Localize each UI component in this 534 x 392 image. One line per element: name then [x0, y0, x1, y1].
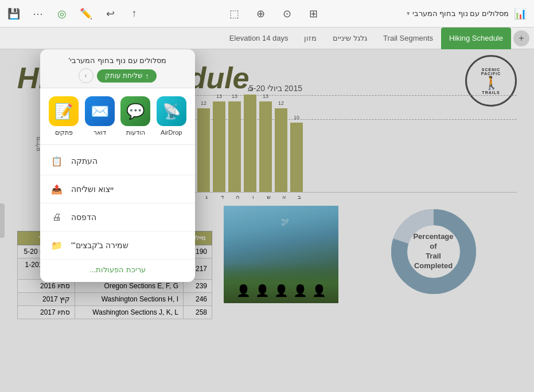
messages-icon: 💬 [120, 96, 150, 126]
files-label: שמירה ב'קבצים'" [71, 241, 128, 250]
mail-icon: ✉️ [85, 96, 115, 126]
share-popup-subtitle: ‹ ↑ שליחת עותק [49, 68, 186, 83]
share-menu-print[interactable]: הדפסה 🖨 [40, 203, 195, 232]
file-title-text: מסלולים עם נוף בחוף המערבי [412, 9, 509, 18]
tab-elevation[interactable]: Elevation 14 days [221, 28, 297, 49]
chart-icon[interactable]: 📊 [513, 7, 527, 21]
tabs-bar: Elevation 14 days מזון גלגל שיניים Trail… [0, 28, 534, 49]
toolbar-left: 💾 ⋯ ◎ ✏️ ↩ ↑ [7, 7, 141, 21]
share-arrow-back[interactable]: ‹ [79, 68, 93, 83]
share-edit-actions[interactable]: עריכת הפעולות... [40, 260, 195, 280]
tab-trail-segments[interactable]: Trail Segments [375, 28, 441, 49]
file-title[interactable]: מסלולים עם נוף בחוף המערבי ▾ [407, 9, 509, 18]
tab-hiking-schedule[interactable]: Hiking Schedule [441, 28, 511, 49]
clock-icon[interactable]: ⊙ [280, 7, 294, 21]
share-menu-copy[interactable]: העתקה 📋 [40, 147, 195, 175]
share-popup-header: מסלולים עם נוף בחוף המערבי' ‹ ↑ שליחת עו… [40, 49, 195, 88]
copy-label: העתקה [71, 156, 98, 166]
main-content: Hiking Schedule SCENICPACIFIC 🚶 TRAILS 2… [0, 49, 534, 392]
more-icon[interactable]: ⋯ [31, 7, 45, 21]
toolbar-center: ⬚ ⊕ ⊙ ⊞ [227, 7, 320, 21]
tab-food[interactable]: מזון [296, 28, 325, 49]
file-title-chevron: ▾ [407, 10, 410, 17]
share-popup-title: מסלולים עם נוף בחוף המערבי' [49, 56, 186, 65]
notes-icon: 📝 [49, 96, 79, 126]
draw-icon[interactable]: ✏️ [79, 7, 93, 21]
export-send-icon: 📤 [49, 182, 64, 197]
messages-label: הודעות [126, 129, 145, 136]
print-icon: 🖨 [49, 210, 64, 225]
share-menu-export[interactable]: ייצוא ושליחה 📤 [40, 175, 195, 203]
toolbar: 💾 ⋯ ◎ ✏️ ↩ ↑ ⬚ ⊕ ⊙ ⊞ מסלולים עם נוף בחוף… [0, 0, 534, 28]
share-menu-files[interactable]: שמירה ב'קבצים'" 📁 [40, 232, 195, 260]
print-label: הדפסה [71, 213, 96, 222]
mail-label: דואר [93, 129, 106, 136]
export-icon[interactable]: ↑ [127, 7, 141, 21]
share-app-airdrop[interactable]: 📡 AirDrop [157, 96, 186, 136]
airdrop-label: AirDrop [161, 129, 182, 136]
share-menu-items: העתקה 📋 ייצוא ושליחה 📤 הדפסה 🖨 שמירה ב'ק… [40, 145, 195, 282]
copy-icon: 📋 [49, 154, 64, 168]
undo-icon[interactable]: ↩ [103, 7, 117, 21]
notes-label: פתקים [55, 129, 73, 136]
table-icon[interactable]: ⊞ [306, 7, 320, 21]
share-app-notes[interactable]: 📝 פתקים [49, 96, 79, 136]
share-send-button[interactable]: ↑ שליחת עותק [97, 69, 157, 83]
view-icon[interactable]: ⬚ [227, 7, 241, 21]
share-apps-row: 📝 פתקים ✉️ דואר 💬 הודעות 📡 AirDrop [40, 88, 195, 145]
save-icon[interactable]: 💾 [7, 7, 21, 21]
files-icon: 📁 [49, 238, 64, 253]
share-icon[interactable]: ◎ [55, 7, 69, 21]
tab-add-button[interactable]: + [513, 30, 529, 46]
toolbar-right: מסלולים עם נוף בחוף המערבי ▾ 📊 [407, 7, 527, 21]
tab-gear[interactable]: גלגל שיניים [325, 28, 375, 49]
airdrop-icon: 📡 [157, 96, 186, 126]
export-label: ייצוא ושליחה [71, 185, 114, 194]
insert-icon[interactable]: ⊕ [254, 7, 267, 21]
share-app-messages[interactable]: 💬 הודעות [120, 96, 150, 136]
share-popup: מסלולים עם נוף בחוף המערבי' ‹ ↑ שליחת עו… [40, 49, 195, 282]
share-app-mail[interactable]: ✉️ דואר [85, 96, 115, 136]
